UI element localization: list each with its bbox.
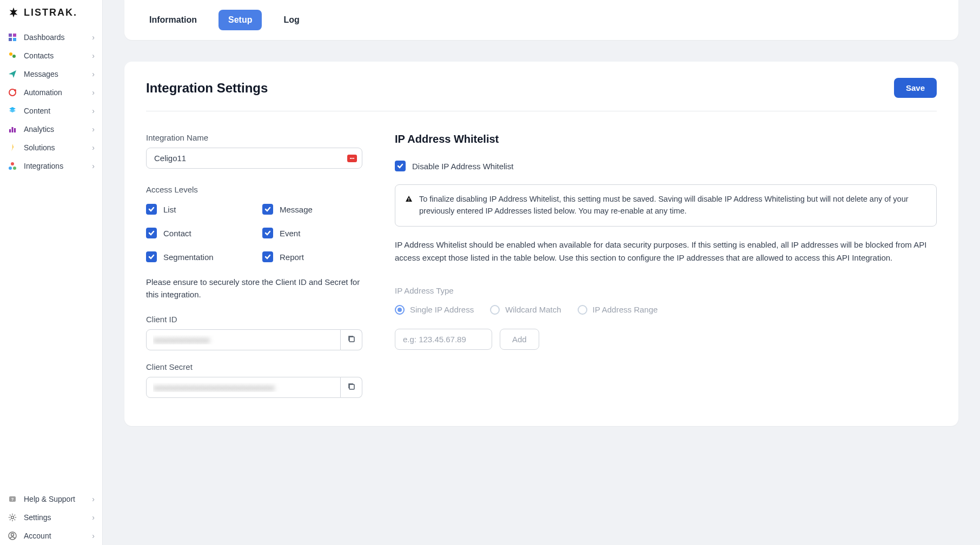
radio-icon [490,305,500,315]
checkbox-label: Event [280,229,300,238]
sidebar-item-help-support[interactable]: ? Help & Support › [0,490,102,508]
checkbox-icon [395,161,406,171]
nav-label: Automation [24,88,92,97]
svg-point-16 [11,516,14,519]
checkbox-segmentation[interactable]: Segmentation [146,251,246,262]
sidebar-item-settings[interactable]: Settings › [0,508,102,527]
radio-icon [578,305,587,315]
content-icon [8,106,17,116]
settings-header: Integration Settings Save [146,78,937,111]
sidebar-item-account[interactable]: Account › [0,527,102,545]
svg-rect-3 [13,38,16,41]
sidebar-item-automation[interactable]: Automation › [0,83,102,102]
integrations-icon [8,161,17,171]
svg-rect-2 [9,38,12,41]
contacts-icon [8,51,17,61]
analytics-icon [8,124,17,134]
add-ip-button[interactable]: Add [500,329,539,350]
checkbox-event[interactable]: Event [262,228,362,238]
dashboard-icon [8,32,17,42]
right-column: IP Address Whitelist Disable IP Address … [395,133,937,410]
client-id-field[interactable] [146,329,341,350]
svg-point-11 [9,167,12,170]
nav-label: Integrations [24,162,92,170]
svg-rect-19 [349,337,354,342]
integration-name-input[interactable] [146,148,362,169]
checkbox-icon [262,204,273,215]
warning-icon [405,195,413,217]
nav-label: Solutions [24,143,92,152]
whitelist-description: IP Address Whitelist should be enabled w… [395,238,937,264]
sidebar-item-solutions[interactable]: Solutions › [0,138,102,157]
svg-rect-22 [408,200,409,201]
svg-rect-8 [9,129,11,132]
checkbox-label: List [163,205,176,214]
checkbox-icon [146,204,157,215]
nav-label: Content [24,107,92,115]
radio-wildcard[interactable]: Wildcard Match [490,305,561,315]
page-title: Integration Settings [146,81,268,96]
checkbox-label: Report [280,252,304,262]
nav: Dashboards › Contacts › Messages › Autom… [0,28,102,545]
automation-icon [8,88,17,97]
svg-point-13 [11,162,14,165]
svg-rect-1 [13,34,16,37]
tab-information[interactable]: Information [140,10,207,30]
chevron-right-icon: › [92,33,95,42]
client-secret-field[interactable] [146,377,341,398]
checkbox-report[interactable]: Report [262,251,362,262]
nav-label: Contacts [24,51,92,60]
copy-client-id-button[interactable] [341,329,362,350]
chevron-right-icon: › [92,162,95,170]
sidebar-item-dashboards[interactable]: Dashboards › [0,28,102,46]
client-secret-label: Client Secret [146,362,362,371]
solutions-icon [8,143,17,152]
ip-type-label: IP Address Type [395,286,937,295]
copy-client-secret-button[interactable] [341,377,362,398]
svg-text:?: ? [11,497,14,502]
radio-range[interactable]: IP Address Range [578,305,658,315]
svg-point-4 [9,52,12,56]
checkbox-contact[interactable]: Contact [146,228,246,238]
copy-icon [347,335,356,345]
tab-log[interactable]: Log [274,10,309,30]
sidebar-item-analytics[interactable]: Analytics › [0,120,102,138]
save-button[interactable]: Save [894,78,937,98]
chevron-right-icon: › [92,88,95,97]
integration-name-label: Integration Name [146,133,362,142]
store-note: Please ensure to securely store the Clie… [146,276,362,301]
radio-label: IP Address Range [593,305,658,314]
svg-point-12 [13,167,16,170]
messages-icon [8,69,17,79]
svg-rect-9 [12,127,14,132]
sidebar: LISTRAK. Dashboards › Contacts › Message… [0,0,103,545]
tabs: Information Setup Log [140,10,943,30]
tab-setup[interactable]: Setup [218,10,262,30]
sidebar-item-contacts[interactable]: Contacts › [0,46,102,65]
checkbox-icon [262,228,273,238]
checkbox-disable-whitelist[interactable]: Disable IP Address Whitelist [395,161,937,171]
chevron-right-icon: › [92,495,95,503]
svg-rect-20 [349,384,354,389]
help-icon: ? [8,494,17,504]
svg-point-5 [12,55,16,58]
chevron-right-icon: › [92,125,95,134]
checkbox-label: Segmentation [163,252,214,262]
checkbox-list[interactable]: List [146,204,246,215]
nav-label: Account [24,531,92,540]
access-levels-label: Access Levels [146,185,362,194]
chevron-right-icon: › [92,70,95,78]
ip-address-input[interactable] [395,329,492,350]
alert-text: To finalize disabling IP Address Whiteli… [419,194,926,217]
input-badge-icon: ••• [347,155,357,162]
radio-label: Wildcard Match [505,305,561,314]
radio-single-ip[interactable]: Single IP Address [395,305,474,315]
brand-icon [8,6,19,18]
sidebar-item-integrations[interactable]: Integrations › [0,157,102,175]
checkbox-message[interactable]: Message [262,204,362,215]
chevron-right-icon: › [92,143,95,152]
sidebar-item-content[interactable]: Content › [0,102,102,120]
sidebar-item-messages[interactable]: Messages › [0,65,102,83]
svg-rect-21 [408,198,409,200]
account-icon [8,531,17,541]
